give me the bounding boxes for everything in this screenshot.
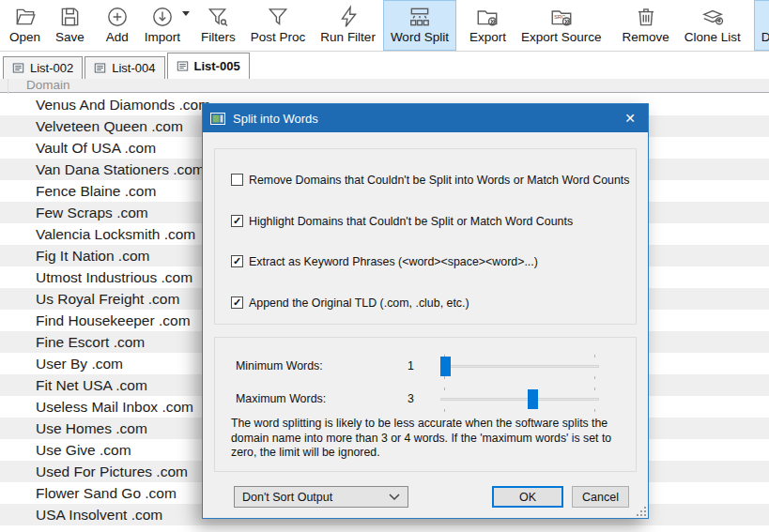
maximum-words-slider[interactable]: [440, 388, 599, 412]
lightning-icon: [336, 5, 361, 29]
word-split-button[interactable]: Word Split: [383, 0, 456, 51]
domain-column-header[interactable]: Domain: [0, 79, 769, 93]
import-dropdown-caret-icon[interactable]: [182, 16, 190, 33]
clone-list-button[interactable]: Clone List: [677, 0, 748, 51]
app-window: Open Save Add Import: [0, 0, 769, 532]
trash-icon: [634, 5, 658, 29]
funnel-icon: [266, 5, 290, 29]
post-proc-button[interactable]: Post Proc: [243, 0, 314, 51]
open-button[interactable]: Open: [2, 0, 48, 51]
save-button[interactable]: Save: [48, 0, 92, 51]
slider-track[interactable]: [440, 365, 599, 368]
word-split-icon: [408, 5, 432, 29]
minimum-words-label: Minimum Words:: [236, 359, 323, 372]
checkbox-label: Append the Original TLD (.com, .club, et…: [249, 296, 469, 310]
filters-button[interactable]: Filters: [193, 0, 243, 51]
add-circle-icon: [105, 5, 130, 29]
remove-button[interactable]: Remove: [614, 0, 676, 51]
add-label: Add: [106, 30, 129, 44]
save-icon: [57, 5, 82, 29]
close-icon[interactable]: ✕: [612, 104, 648, 132]
export-source-label: Export Source: [521, 30, 602, 44]
resize-grip[interactable]: [636, 506, 646, 516]
minimum-words-slider-row: Minimum Words: 1: [236, 353, 621, 381]
sort-output-select[interactable]: Don't Sort Output: [234, 486, 408, 508]
export-label: Export: [469, 30, 506, 44]
maximum-words-slider-row: Maximum Words: 3: [236, 386, 621, 414]
accuracy-note: The word splitting is likely to be less …: [231, 417, 627, 461]
list-tab-icon: [94, 62, 106, 74]
filters-label: Filters: [201, 30, 236, 44]
checkbox[interactable]: ✓: [231, 296, 243, 309]
window-icon: [210, 113, 225, 125]
slider-thumb[interactable]: [528, 389, 538, 409]
split-into-words-dialog: Split into Words ✕ Remove Domains that C…: [202, 103, 649, 519]
chevron-down-icon: [389, 494, 400, 501]
tab-list-004[interactable]: List-004: [85, 56, 164, 80]
open-folder-icon: [13, 5, 38, 29]
clone-list-icon: [700, 5, 725, 29]
slider-track[interactable]: [440, 398, 599, 401]
remove-label: Remove: [622, 30, 669, 44]
list-tab-icon: [12, 62, 24, 74]
export-source-icon: SRC: [549, 5, 574, 29]
checkbox[interactable]: ✓: [231, 215, 243, 227]
tab-bar: List-002 List-004 List-005: [3, 52, 252, 80]
import-arrow-icon: [150, 5, 175, 29]
tab-label: List-004: [112, 61, 155, 75]
checkbox-label: Remove Domains that Couldn't be Split in…: [249, 174, 629, 187]
dialog-title: Split into Words: [233, 112, 318, 126]
append-tld-checkbox-row[interactable]: ✓ Append the Original TLD (.com, .club, …: [231, 296, 469, 310]
list-tab-icon: [177, 60, 189, 72]
slider-thumb[interactable]: [440, 357, 451, 376]
highlight-domains-checkbox-row[interactable]: ✓ Highlight Domains that Couldn't be Spl…: [231, 214, 573, 228]
post-proc-label: Post Proc: [251, 30, 306, 44]
tab-list-005[interactable]: List-005: [167, 53, 250, 80]
export-source-button[interactable]: SRC Export Source: [514, 0, 609, 51]
ok-button[interactable]: OK: [492, 486, 563, 508]
toolbar: Open Save Add Import: [0, 0, 769, 52]
add-button[interactable]: Add: [98, 0, 137, 51]
dictionary-button[interactable]: Az Dictionary: [754, 0, 769, 51]
export-folder-icon: [475, 5, 500, 29]
tab-label: List-002: [30, 61, 73, 75]
tab-label: List-005: [194, 59, 240, 73]
word-split-label: Word Split: [391, 30, 449, 44]
minimum-words-slider[interactable]: [440, 355, 599, 379]
cancel-button[interactable]: Cancel: [572, 486, 629, 508]
remove-domains-checkbox-row[interactable]: Remove Domains that Couldn't be Split in…: [231, 173, 629, 187]
checkbox[interactable]: [231, 174, 243, 186]
maximum-words-label: Maximum Words:: [236, 392, 326, 405]
minimum-words-value: 1: [408, 359, 426, 372]
run-filter-label: Run Filter: [320, 30, 376, 44]
import-label: Import: [145, 30, 180, 44]
export-button[interactable]: Export: [462, 0, 514, 51]
save-label: Save: [55, 30, 85, 44]
checkbox-label: Extract as Keyword Phrases (<word><space…: [249, 255, 538, 268]
checkbox[interactable]: ✓: [231, 255, 243, 267]
dialog-titlebar[interactable]: Split into Words ✕: [203, 104, 648, 132]
run-filter-button[interactable]: Run Filter: [313, 0, 383, 51]
extract-keyword-phrases-checkbox-row[interactable]: ✓ Extract as Keyword Phrases (<word><spa…: [231, 254, 538, 268]
tab-list-002[interactable]: List-002: [3, 56, 83, 80]
dictionary-label: Dictionary: [761, 30, 769, 44]
import-button[interactable]: Import: [137, 0, 188, 51]
sort-output-value: Don't Sort Output: [242, 491, 332, 504]
clone-list-label: Clone List: [684, 30, 741, 44]
checkbox-label: Highlight Domains that Couldn't be Split…: [249, 215, 573, 228]
filter-wrench-icon: [206, 5, 230, 29]
maximum-words-value: 3: [408, 392, 426, 405]
open-label: Open: [9, 30, 40, 44]
domain-header-label: Domain: [26, 78, 70, 92]
